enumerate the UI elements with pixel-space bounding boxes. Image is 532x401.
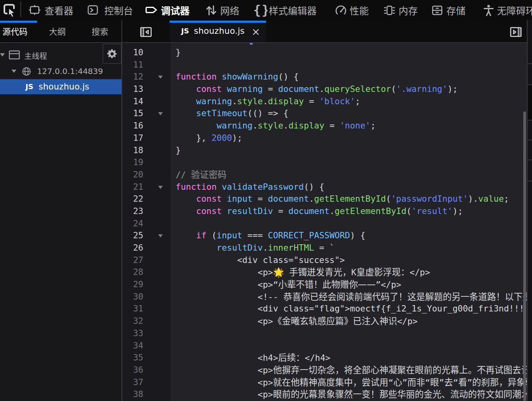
tab-debugger-label: 调试器 — [161, 3, 190, 17]
line-number[interactable]: 15 — [122, 107, 143, 120]
code-line-25: 25 if (input === CORRECT_PASSWORD) { — [122, 230, 528, 242]
line-number[interactable]: 29 — [122, 278, 143, 291]
line-number[interactable]: 34 — [122, 340, 143, 352]
close-tab-button[interactable] — [252, 28, 260, 37]
tab-network-label: 网络 — [220, 3, 239, 17]
line-number[interactable]: 30 — [122, 291, 143, 303]
accessibility-icon — [483, 4, 495, 18]
collapse-sidebar-button[interactable] — [140, 27, 152, 39]
fold-arrow-icon[interactable] — [158, 186, 163, 189]
line-number[interactable]: 38 — [122, 388, 143, 401]
line-number[interactable]: 31 — [122, 303, 143, 315]
tab-outline[interactable]: 大纲 — [49, 20, 66, 42]
code-text: <div class="flag">moectf{f_i2_1s_Your_g0… — [176, 303, 524, 315]
code-line-20: 20// 验证密码 — [122, 169, 528, 181]
code-text: <p>眼前的光幕景象骤然一变！那些华丽的金光、流动的符文如同潮水 — [176, 388, 528, 401]
code-line-37: 37 <p>就在他精神高度集中，尝试用“心”而非“眼”去“看”的刹那，异象骤 — [122, 376, 528, 389]
code-text: } — [176, 47, 181, 59]
tree-item-shouzhuo-selected[interactable]: JS shouzhuo.js — [0, 79, 121, 94]
sources-settings-button[interactable] — [103, 44, 121, 64]
fold-arrow-icon[interactable] — [158, 234, 163, 237]
panel-section — [528, 84, 532, 120]
secondary-toolbar: 源代码 大纲 搜索 JS shouzhuo.js — [0, 20, 532, 42]
line-number[interactable]: 26 — [122, 242, 143, 254]
tree-item-host[interactable]: 127.0.0.1:44839 — [0, 63, 121, 79]
tab-network[interactable]: 网络 — [220, 0, 239, 20]
source-tab-shouzhuo[interactable]: JS shouzhuo.js — [170, 20, 266, 42]
code-line-35: 35 <h4>后续：</h4> — [122, 352, 528, 364]
line-number[interactable]: 10 — [122, 47, 143, 59]
line-number[interactable]: 37 — [122, 376, 143, 389]
line-number[interactable]: 12 — [122, 71, 143, 83]
panel-separator — [528, 120, 532, 121]
line-number[interactable]: 19 — [122, 156, 143, 169]
editor-scrollbar[interactable] — [523, 111, 526, 401]
js-file-icon: JS — [25, 82, 33, 91]
line-number[interactable]: 11 — [122, 59, 143, 71]
line-number[interactable]: 24 — [122, 218, 143, 230]
line-number[interactable]: 32 — [122, 315, 143, 327]
line-number[interactable]: 28 — [122, 266, 143, 278]
tab-sources[interactable]: 源代码 — [2, 20, 27, 42]
chevron-down-icon[interactable] — [12, 70, 16, 73]
code-text: resultDiv.innerHTML = ` — [176, 242, 334, 254]
tab-inspector[interactable]: 查看器 — [45, 0, 73, 20]
tab-debugger[interactable]: 调试器 — [161, 0, 190, 20]
tab-console-label: 控制台 — [104, 3, 133, 17]
code-line-34: 34 — [122, 340, 528, 352]
svg-text:{}: {} — [253, 2, 268, 18]
code-line-33: 33 — [122, 327, 528, 340]
code-editor[interactable]: 10}1112function showWarning() {13 const … — [122, 43, 528, 401]
line-number[interactable]: 14 — [122, 95, 143, 108]
host-label: 127.0.0.1:44839 — [37, 66, 103, 76]
line-number[interactable]: 25 — [122, 230, 143, 242]
line-number[interactable]: 16 — [122, 120, 143, 132]
pick-element-button[interactable] — [1, 0, 17, 20]
fold-arrow-icon[interactable] — [158, 76, 163, 79]
expand-panes-button[interactable] — [510, 27, 522, 39]
code-line-14: 14 warning.style.display = 'block'; — [122, 95, 528, 108]
network-icon — [205, 4, 217, 18]
line-number[interactable]: 23 — [122, 205, 143, 218]
line-number[interactable]: 13 — [122, 83, 143, 95]
console-icon — [87, 4, 99, 18]
code-line-9 — [122, 43, 528, 47]
fold-arrow-icon[interactable] — [158, 112, 163, 115]
code-line-21: 21function validatePassword() { — [122, 181, 528, 193]
code-line-24: 24 — [122, 218, 528, 230]
code-text: <p>“小辈不错！此物赠你——”</p> — [176, 278, 401, 291]
code-text: <p>🌟 手镯迸发青光，K皇虚影浮现：</p> — [176, 266, 430, 279]
line-number[interactable]: 27 — [122, 254, 143, 267]
chevron-down-icon[interactable] — [0, 53, 5, 56]
line-number[interactable]: 36 — [122, 364, 143, 376]
tab-style-editor[interactable]: 样式编辑器 — [269, 0, 317, 20]
storage-icon — [431, 4, 444, 18]
source-tab-accent — [170, 21, 266, 23]
tab-search[interactable]: 搜索 — [92, 20, 108, 42]
tab-accessibility-label: 无障碍环境 — [497, 3, 532, 17]
tab-accessibility[interactable]: 无障碍环境 — [497, 0, 532, 20]
line-number[interactable]: 21 — [122, 181, 143, 193]
code-line-30: 30 <!-- 恭喜你已经会阅读前端代码了！这是解题的另一条道路！以下是 — [122, 291, 528, 303]
code-text: const resultDiv = document.getElementByI… — [176, 205, 463, 218]
style-editor-icon: {} — [253, 2, 268, 19]
code-text: warning.style.display = 'block'; — [176, 95, 360, 108]
expand-panel-icon — [510, 27, 522, 37]
line-number[interactable]: 17 — [122, 132, 143, 144]
sources-panel: 主线程 127.0.0.1:44839 JS shouzhuo.js — [0, 43, 121, 401]
code-line-11: 11 — [122, 59, 528, 71]
tab-sources-label: 源代码 — [2, 25, 27, 37]
tab-storage[interactable]: 存储 — [446, 0, 465, 20]
tab-console[interactable]: 控制台 — [104, 0, 133, 20]
code-text: <!-- 恭喜你已经会阅读前端代码了！这是解题的另一条道路！以下是 — [176, 291, 528, 304]
tab-performance[interactable]: 性能 — [350, 0, 369, 20]
tab-inspector-label: 查看器 — [45, 3, 73, 17]
line-number[interactable]: 18 — [122, 144, 143, 157]
line-number[interactable]: 35 — [122, 352, 143, 364]
line-number[interactable]: 20 — [122, 169, 143, 181]
line-number[interactable]: 33 — [122, 327, 143, 340]
line-number[interactable]: 22 — [122, 193, 143, 205]
code-line-22: 22 const input = document.getElementById… — [122, 193, 528, 205]
panel-separator — [528, 140, 532, 140]
tab-memory[interactable]: 内存 — [399, 0, 418, 20]
